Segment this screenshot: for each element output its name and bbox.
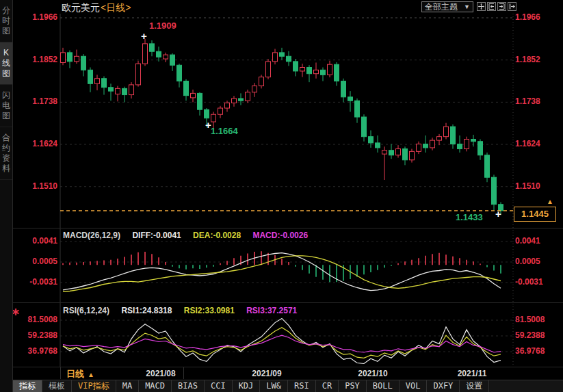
swing-low-annotation: 1.1664 (211, 126, 238, 136)
candle-down (403, 149, 408, 160)
chart-area[interactable] (0, 0, 563, 392)
indicator-tab[interactable]: CR (316, 380, 339, 392)
candle-up (259, 77, 264, 86)
candle-up (464, 139, 469, 148)
xaxis-divider (13, 367, 563, 367)
candle-up (444, 127, 449, 137)
candle-up (273, 53, 278, 62)
pan-move-button[interactable] (477, 2, 486, 11)
candle-down (109, 88, 114, 91)
candle-down (321, 70, 326, 75)
date-axis-label: 2021/10 (358, 369, 387, 378)
indicator-tab[interactable]: 设置 (460, 380, 489, 392)
main-y-axis-label-right: 1.1966 (515, 12, 540, 22)
candle-down (157, 51, 161, 57)
candle-up (232, 99, 237, 103)
candle-down (68, 53, 73, 62)
candle-up (75, 56, 79, 62)
rsi-y-axis-label-right: 81.5008 (515, 315, 545, 324)
indicator-tab[interactable]: BOLL (367, 380, 400, 392)
candle-down (184, 81, 189, 96)
indicator-tab[interactable]: 模板 (42, 380, 72, 392)
indicator-tab[interactable]: MA (116, 380, 139, 392)
compress-left-icon (488, 3, 495, 10)
indicator-tab[interactable]: LW& (260, 380, 288, 392)
theme-dropdown-label: 全部主题 (425, 2, 458, 12)
candle-down (177, 65, 182, 81)
sidebar-item-chart-type[interactable]: 闪电图 (0, 85, 12, 127)
candle-down (451, 127, 456, 144)
candle-down (458, 144, 462, 149)
candle-up (300, 68, 305, 71)
period-tag: <日线> (101, 2, 131, 13)
triangle-up-icon: ▲ (88, 371, 94, 378)
sidebar-item-active[interactable]: K线图 (0, 42, 12, 85)
indicator-tab[interactable]: KDJ (233, 380, 261, 392)
indicator-tab[interactable]: RSI (288, 380, 316, 392)
macd-dea-value: DEA:-0.0028 (193, 231, 241, 240)
sidebar-item-chart-type[interactable]: 合约资料 (0, 127, 12, 180)
candle-down (485, 155, 490, 177)
period-selector[interactable]: 日线▲ (66, 368, 94, 380)
candle-down (287, 56, 291, 62)
current-price-badge: 1.1445 (514, 207, 556, 222)
candle-down (102, 79, 107, 88)
indicator-tab[interactable]: MACD (139, 380, 172, 392)
candle-down (348, 97, 353, 101)
shift-right-button[interactable] (508, 2, 516, 11)
rsi-y-axis-label-right: 36.9768 (515, 346, 545, 356)
candle-down (88, 70, 93, 83)
candle-up (382, 151, 387, 154)
candle-up (430, 140, 435, 148)
indicator-tab[interactable]: DXFY (427, 380, 460, 392)
indicator-tab[interactable]: VIP指标 (72, 380, 116, 392)
candle-down (198, 93, 202, 109)
candle-down (81, 56, 86, 70)
date-row-divider (183, 367, 184, 379)
sidebar-item-chart-type[interactable]: 分时图 (0, 0, 12, 42)
last-low-cross-marker-icon: + (495, 209, 501, 218)
rsi-header: RSI(6,12,24) RSI1:24.8318 RSI2:33.0981 R… (63, 306, 306, 315)
period-label: 日线 (66, 369, 84, 379)
trading-app-window: 分时图K线图闪电图合约资料 欧元美元<日线> 全部主题 ▼ (0, 0, 563, 392)
rsi-y-axis-label-right: 59.2388 (515, 330, 545, 340)
compress-left-button[interactable] (487, 2, 496, 11)
indicator-tab[interactable]: CCI (205, 380, 233, 392)
chevron-down-icon: ▼ (464, 2, 470, 12)
candle-down (478, 142, 483, 155)
candle-up (328, 64, 332, 75)
last-low-annotation: 1.1433 (456, 212, 483, 222)
candle-up (410, 151, 415, 159)
candle-down (280, 53, 285, 56)
candle-up (246, 92, 250, 101)
macd-y-axis-label-right: 0.0005 (515, 257, 540, 266)
candle-up (116, 88, 120, 94)
candle-up (417, 144, 421, 152)
candle-down (239, 99, 244, 101)
macd-macd-value: MACD:-0.0026 (252, 231, 308, 240)
candle-up (252, 86, 257, 92)
candle-up (225, 103, 230, 108)
candle-down (369, 137, 374, 143)
theme-dropdown[interactable]: 全部主题 ▼ (421, 1, 473, 12)
date-axis-label: 2021/11 (458, 369, 487, 378)
rsi-line-rsi1 (63, 318, 501, 363)
candle-down (376, 143, 380, 148)
rsi1-value: RSI1:24.8318 (121, 306, 172, 315)
chart-title: 欧元美元<日线> (62, 2, 131, 14)
indicator-tab[interactable]: PSY (339, 380, 367, 392)
candle-down (341, 81, 346, 97)
rsi-panel-divider (13, 302, 563, 303)
date-axis-label: 2021/08 (146, 369, 175, 378)
indicator-tab[interactable]: 指标 (13, 380, 42, 392)
candle-up (143, 44, 148, 64)
indicator-tab[interactable]: VOL (400, 380, 428, 392)
candle-down (335, 64, 339, 81)
macd-line-diff (63, 253, 501, 291)
indicator-tab[interactable]: BIAS (172, 380, 205, 392)
date-row-divider (60, 367, 61, 379)
compress-right-button[interactable] (497, 2, 506, 11)
candle-down (423, 144, 428, 148)
main-y-axis-label-right: 1.1510 (515, 181, 540, 191)
candle-up (95, 79, 100, 84)
